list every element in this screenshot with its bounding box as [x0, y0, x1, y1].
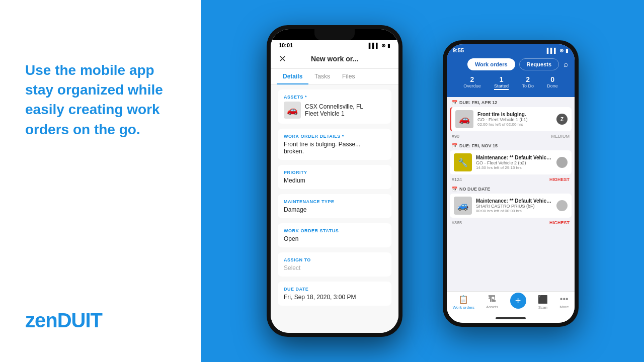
wo-meta-365: #365 HIGHEST: [447, 219, 575, 227]
bottom-tab-scan-label: Scan: [538, 305, 547, 310]
wo-id-90: #90: [452, 134, 459, 139]
priority-label: PRIORITY: [284, 170, 385, 175]
bottom-tab-workorders[interactable]: 📋 Work orders: [453, 295, 474, 310]
assign-to-field[interactable]: ASSIGN TO Select: [278, 252, 391, 277]
calendar-icon-3: 📅: [452, 187, 457, 192]
battery-icon: ▮: [566, 48, 569, 53]
assets-icon: 🏗: [488, 295, 496, 304]
signal-icon: ▌▌▌: [547, 48, 557, 53]
wo-title-124: Maintenance: ** Default Vehicle...: [476, 155, 552, 160]
calendar-icon-1: 📅: [452, 100, 457, 105]
wo-avatar-90: Z: [556, 114, 568, 125]
bottom-tab-more[interactable]: ••• More: [559, 295, 569, 310]
wo-status-label: WORK ORDER STATUS: [284, 228, 385, 233]
assets-label: ASSETS *: [284, 95, 385, 100]
wo-list: 📅 DUE: FRI, APR 12 🚗 Front tire is bulgi…: [447, 97, 575, 291]
bottom-tab-assets[interactable]: 🏗 Assets: [486, 295, 498, 310]
wo-thumb-124: 🔧: [454, 153, 472, 171]
count-overdue-label: Overdue: [463, 83, 481, 88]
assets-row: 🚗 CSX Connellsville, FLFleet Vehicle 1: [284, 102, 385, 119]
count-todo: 2 To Do: [522, 75, 534, 90]
bottom-tab-scan[interactable]: ⬛ Scan: [538, 295, 548, 310]
right-panel: 9:55 ▌▌▌ ⊛ ▮ Work orders Requests: [201, 0, 644, 362]
wo-title-365: Maintenance: ** Default Vehicle...: [476, 198, 552, 204]
wo-thumb-365: 🚙: [454, 197, 472, 215]
bottom-bar: 📋 Work orders 🏗 Assets + ⬛ Scan: [447, 291, 575, 314]
wo-time-124: 14:30 hrs left of 29:15 hrs: [476, 165, 552, 170]
scan-icon: ⬛: [538, 295, 548, 304]
due-date-value: Fri, Sep 18, 2020, 3:00 PM: [284, 294, 385, 301]
bottom-tab-add[interactable]: +: [510, 295, 526, 310]
wo-time-90: 02:00 hrs left of 02:00 hrs: [477, 122, 552, 127]
wo-details-label: WORK ORDER DETAILS *: [284, 134, 385, 139]
tab-requests[interactable]: Requests: [519, 58, 559, 70]
assets-field: ASSETS * 🚗 CSX Connellsville, FLFleet Ve…: [278, 89, 391, 124]
wo-info-365: Maintenance: ** Default Vehicle... SHARI…: [476, 198, 552, 213]
front-battery-icon: ▮: [387, 43, 390, 48]
count-done-num: 0: [547, 75, 558, 83]
wo-meta-90: #90 MEDIUM: [447, 132, 575, 140]
wo-info-90: Front tire is bulging. GO - Fleet Vehicl…: [477, 112, 552, 127]
wo-card-124[interactable]: 🔧 Maintenance: ** Default Vehicle... GO …: [450, 150, 572, 174]
back-header: Work orders Requests ⌕ 2 Overdue 1: [447, 55, 575, 97]
count-overdue: 2 Overdue: [463, 75, 481, 90]
wo-priority-90: MEDIUM: [551, 134, 570, 139]
front-wifi-icon: ⊛: [381, 43, 385, 48]
search-icon[interactable]: ⌕: [564, 60, 569, 69]
close-button[interactable]: ✕: [277, 53, 288, 64]
wo-card-90[interactable]: 🚗 Front tire is bulging. GO - Fleet Vehi…: [450, 107, 572, 131]
tab-details[interactable]: Details: [277, 69, 308, 84]
due-header-nov15: 📅 DUE: FRI, NOV 15: [447, 140, 575, 150]
form-tabs: Details Tasks Files: [271, 69, 398, 84]
front-time: 10:01: [279, 42, 293, 48]
nav-bar: ✕ New work or...: [271, 49, 398, 69]
count-done: 0 Done: [547, 75, 558, 90]
due-header-none: 📅 NO DUE DATE: [447, 184, 575, 194]
back-status-bar: 9:55 ▌▌▌ ⊛ ▮: [447, 44, 575, 55]
back-header-tabs: Work orders Requests: [467, 58, 559, 70]
tab-files[interactable]: Files: [336, 69, 361, 84]
tab-work-orders[interactable]: Work orders: [467, 58, 515, 70]
bottom-tab-more-label: More: [559, 305, 569, 309]
logo-zen: zen: [25, 309, 57, 331]
home-indicator-back: [447, 314, 575, 323]
wo-time-365: 00:00 hrs left of 00:00 hrs: [476, 209, 552, 213]
logo-text: zenDUiT: [25, 309, 102, 332]
count-started-label: Started: [494, 83, 509, 90]
logo: zenDUiT: [25, 309, 176, 332]
tab-tasks[interactable]: Tasks: [308, 69, 336, 84]
due-label-1: DUE: FRI, APR 12: [459, 100, 497, 105]
count-started: 1 Started: [494, 75, 509, 90]
wo-card-365[interactable]: 🚙 Maintenance: ** Default Vehicle... SHA…: [450, 194, 572, 218]
add-button[interactable]: +: [510, 293, 526, 309]
phones-container: 9:55 ▌▌▌ ⊛ ▮ Work orders Requests: [252, 15, 594, 347]
maintenance-type-field: MAINTENANCE TYPE Damage: [278, 194, 391, 218]
assign-to-label: ASSIGN TO: [284, 257, 385, 262]
wifi-icon: ⊛: [559, 48, 564, 53]
workorders-icon: 📋: [458, 295, 468, 304]
wo-priority-365: HIGHEST: [549, 220, 570, 225]
back-time: 9:55: [453, 47, 464, 53]
assign-to-value: Select: [284, 264, 385, 272]
wo-avatar-365: [556, 200, 568, 211]
priority-field: PRIORITY Medium: [278, 165, 391, 189]
front-status-icons: ▌▌▌ ⊛ ▮: [369, 43, 390, 48]
priority-value: Medium: [284, 177, 385, 184]
work-order-details-field: WORK ORDER DETAILS * Front tire is bulgi…: [278, 129, 391, 160]
asset-thumbnail: 🚗: [284, 102, 301, 119]
home-bar-back: [496, 317, 526, 319]
due-label-3: NO DUE DATE: [459, 187, 490, 192]
front-signal-icon: ▌▌▌: [369, 43, 379, 48]
count-overdue-num: 2: [463, 75, 481, 83]
wo-sub-124: GO - Fleet Vehicle 2 (b2): [476, 160, 552, 165]
maintenance-type-value: Damage: [284, 206, 385, 213]
left-panel: Use the mobile app stay organized while …: [0, 0, 201, 362]
wo-title-90: Front tire is bulging.: [477, 112, 552, 117]
back-phone-screen: 9:55 ▌▌▌ ⊛ ▮ Work orders Requests: [447, 44, 575, 323]
back-status-icons: ▌▌▌ ⊛ ▮: [547, 48, 569, 53]
wo-thumb-90: 🚗: [455, 110, 473, 128]
assets-value: CSX Connellsville, FLFleet Vehicle 1: [305, 103, 363, 117]
logo-duit: DUiT: [57, 309, 102, 331]
more-icon: •••: [560, 295, 569, 304]
count-started-num: 1: [494, 75, 509, 83]
